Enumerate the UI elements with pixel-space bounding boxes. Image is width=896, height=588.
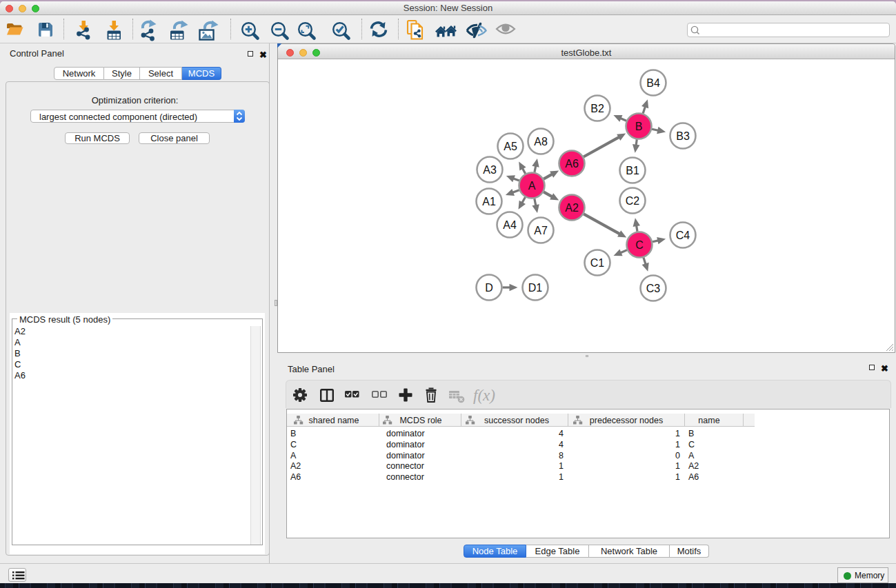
svg-text:D1: D1 bbox=[528, 282, 543, 294]
svg-text:A: A bbox=[528, 180, 536, 192]
svg-text:A1: A1 bbox=[482, 196, 496, 207]
svg-text:A3: A3 bbox=[483, 164, 497, 176]
svg-text:C1: C1 bbox=[590, 257, 605, 269]
svg-text:A6: A6 bbox=[565, 158, 579, 170]
svg-text:A4: A4 bbox=[503, 219, 517, 231]
svg-text:f(x): f(x) bbox=[473, 387, 495, 404]
svg-text:A8: A8 bbox=[534, 136, 548, 148]
svg-text:B: B bbox=[635, 121, 643, 132]
svg-text:D: D bbox=[485, 282, 493, 294]
svg-text:B2: B2 bbox=[590, 103, 604, 114]
svg-text:B3: B3 bbox=[676, 130, 690, 142]
svg-text:A5: A5 bbox=[504, 141, 517, 152]
svg-text:C: C bbox=[635, 239, 644, 251]
svg-text:B1: B1 bbox=[626, 165, 639, 176]
svg-text:A2: A2 bbox=[565, 202, 579, 214]
svg-text:A7: A7 bbox=[534, 225, 548, 236]
svg-text:C2: C2 bbox=[626, 195, 640, 207]
svg-text:C4: C4 bbox=[676, 230, 690, 241]
svg-text:B4: B4 bbox=[646, 77, 660, 89]
svg-text:C3: C3 bbox=[646, 283, 661, 294]
